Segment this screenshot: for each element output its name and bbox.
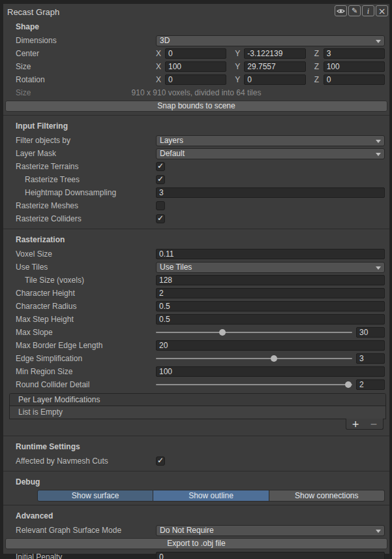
rotation-z-field[interactable]: [324, 74, 385, 85]
relevant-graph-surface-mode-dropdown[interactable]: Do Not Require: [156, 525, 385, 536]
slider-handle[interactable]: [345, 381, 352, 388]
per-layer-modifications-header[interactable]: Per Layer Modifications: [10, 394, 385, 406]
add-item-button[interactable]: +: [352, 419, 359, 428]
center-x-field[interactable]: [165, 48, 226, 59]
max-slope-slider: [156, 327, 385, 338]
chevron-down-icon: [376, 266, 381, 270]
rasterize-trees-checkbox[interactable]: [156, 175, 165, 184]
heightmap-downsampling-field[interactable]: [156, 187, 385, 198]
round-collider-detail-slider: [156, 379, 385, 390]
show-connections-button[interactable]: Show connections: [269, 490, 385, 502]
filter-objects-by-dropdown[interactable]: Layers: [156, 135, 385, 146]
rotation-row: Rotation X Y Z: [3, 73, 389, 86]
character-radius-field[interactable]: [156, 301, 385, 311]
title-toolbar: ✎ i ×: [335, 5, 388, 16]
center-z-field[interactable]: [324, 48, 385, 59]
chevron-down-icon: [376, 140, 381, 143]
chevron-down-icon: [376, 40, 381, 43]
use-tiles-label: Use Tiles: [16, 263, 156, 272]
min-region-size-row: Min Region Size: [3, 365, 389, 378]
center-label: Center: [16, 49, 156, 58]
size-row: Size X Y Z: [3, 60, 389, 73]
min-region-size-field[interactable]: [156, 366, 385, 377]
rotation-y-field[interactable]: [244, 74, 305, 85]
voxel-info-label: Size: [16, 88, 31, 97]
size-z-field[interactable]: [324, 61, 385, 72]
layer-mask-row: Layer Mask Default: [3, 147, 389, 160]
pencil-icon: ✎: [352, 7, 357, 14]
initial-penalty-field[interactable]: [156, 552, 385, 559]
affected-by-navmesh-cuts-checkbox[interactable]: [156, 456, 165, 466]
edge-simplification-label: Edge Simplification: [16, 354, 156, 363]
character-height-row: Character Height: [3, 287, 389, 300]
rasterization-heading: Rasterization: [3, 232, 389, 246]
relevant-graph-surface-mode-label: Relevant Graph Surface Mode: [16, 526, 156, 535]
per-layer-modifications-footer: + −: [9, 419, 386, 432]
snap-bounds-button[interactable]: Snap bounds to scene: [5, 101, 387, 112]
round-collider-detail-row: Round Collider Detail: [3, 378, 389, 391]
size-x-field[interactable]: [165, 61, 226, 72]
character-radius-label: Character Radius: [16, 302, 156, 311]
rasterize-meshes-checkbox[interactable]: [156, 201, 165, 210]
info-icon: i: [367, 7, 369, 15]
relevant-graph-surface-mode-row: Relevant Graph Surface Mode Do Not Requi…: [3, 524, 389, 537]
rasterize-meshes-label: Rasterize Meshes: [16, 201, 156, 210]
max-slope-label: Max Slope: [16, 328, 156, 337]
rasterize-colliders-checkbox[interactable]: [156, 214, 165, 223]
slider-handle[interactable]: [271, 355, 277, 362]
section-divider: [3, 505, 389, 505]
voxel-size-info-row: Size 910 x 910 voxels, divided into 64 t…: [3, 86, 389, 99]
filter-objects-by-label: Filter objects by: [16, 136, 156, 145]
size-y-field[interactable]: [244, 61, 305, 72]
rasterize-terrains-checkbox[interactable]: [156, 162, 165, 171]
show-surface-button[interactable]: Show surface: [37, 490, 153, 502]
character-radius-row: Character Radius: [3, 300, 389, 313]
y-axis-label: Y: [235, 62, 241, 71]
round-collider-detail-field[interactable]: [356, 379, 385, 390]
section-divider: [3, 471, 389, 471]
edit-button[interactable]: ✎: [348, 5, 361, 16]
use-tiles-row: Use Tiles Use Tiles: [3, 261, 389, 274]
slider-handle[interactable]: [219, 329, 226, 336]
character-height-field[interactable]: [156, 288, 385, 298]
x-axis-label: X: [156, 75, 162, 84]
center-y-field[interactable]: [244, 48, 305, 59]
section-divider: [3, 436, 389, 436]
x-axis-label: X: [156, 49, 162, 58]
section-divider: [3, 115, 389, 116]
close-button[interactable]: ×: [376, 5, 388, 16]
dimensions-label: Dimensions: [16, 36, 156, 45]
tile-size-field[interactable]: [156, 275, 385, 285]
y-axis-label: Y: [235, 75, 241, 84]
slider-track: [156, 332, 352, 333]
per-layer-modifications-list: Per Layer Modifications List is Empty: [9, 393, 386, 419]
max-border-edge-length-field[interactable]: [156, 340, 385, 351]
dimensions-dropdown[interactable]: 3D: [156, 35, 385, 46]
eye-icon: [337, 8, 345, 14]
info-button[interactable]: i: [362, 5, 374, 16]
max-slope-field[interactable]: [356, 327, 385, 338]
voxel-size-field[interactable]: [156, 249, 385, 259]
rasterize-meshes-row: Rasterize Meshes: [3, 199, 389, 212]
z-axis-label: Z: [314, 75, 320, 84]
rotation-label: Rotation: [16, 75, 156, 84]
heightmap-downsampling-row: Heightmap Downsampling: [3, 186, 389, 199]
shape-heading: Shape: [3, 20, 389, 33]
visibility-button[interactable]: [335, 5, 347, 16]
section-divider: [3, 229, 389, 229]
max-step-height-row: Max Step Height: [3, 313, 389, 326]
rotation-x-field[interactable]: [165, 74, 226, 85]
y-axis-label: Y: [235, 49, 241, 58]
remove-item-button[interactable]: −: [370, 419, 378, 428]
edge-simplification-field[interactable]: [356, 353, 385, 364]
layer-mask-dropdown[interactable]: Default: [156, 148, 385, 159]
graph-title: Recast Graph: [7, 7, 59, 17]
show-outline-button[interactable]: Show outline: [153, 490, 269, 502]
debug-button-group: Show surface Show outline Show connectio…: [37, 490, 385, 502]
max-step-height-field[interactable]: [156, 314, 385, 325]
x-axis-label: X: [156, 62, 162, 71]
use-tiles-dropdown[interactable]: Use Tiles: [156, 262, 385, 273]
export-obj-button[interactable]: Export to .obj file: [5, 538, 387, 549]
max-border-edge-length-row: Max Border Edge Length: [3, 339, 389, 352]
round-collider-detail-label: Round Collider Detail: [16, 380, 156, 389]
